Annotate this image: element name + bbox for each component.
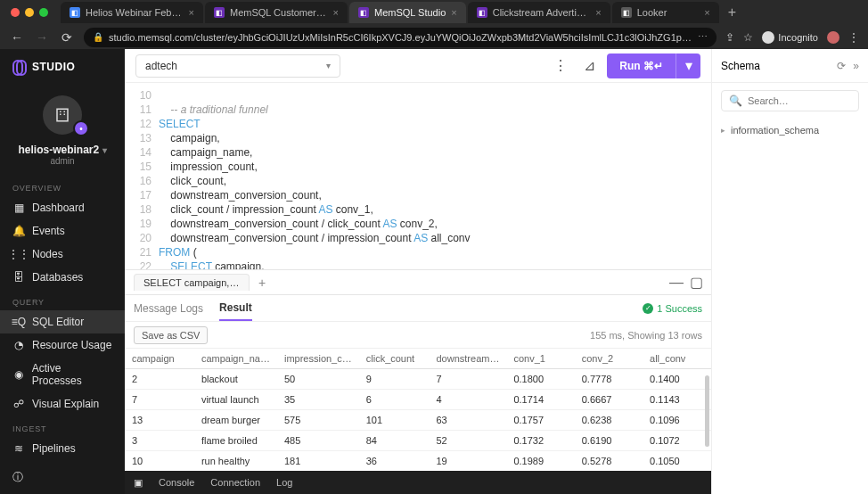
nodes-icon: ⋮⋮ [12, 248, 25, 260]
run-button[interactable]: Run ⌘↵ [607, 54, 676, 78]
org-selector[interactable]: helios-webinar2 ▾ [0, 140, 125, 156]
add-query-tab-button[interactable]: + [253, 274, 271, 292]
close-tab-icon[interactable]: × [704, 7, 709, 18]
editor-toolbar: adtech ▾ ⋮ ⊿ Run ⌘↵ ▾ [125, 49, 711, 83]
close-tab-icon[interactable]: × [333, 7, 339, 18]
save-csv-button[interactable]: Save as CSV [134, 326, 208, 344]
sidebar-item-visual-explain[interactable]: ☍Visual Explain [0, 392, 125, 416]
help-icon: ⓘ [12, 471, 23, 483]
url-text: studio.memsql.com/cluster/eyJhbGciOiJIUz… [109, 32, 692, 43]
column-header[interactable]: conv_2 [575, 349, 643, 369]
schema-search[interactable]: 🔍 [721, 90, 859, 111]
table-row[interactable]: 13dream burger575101630.17570.62380.1096 [125, 410, 711, 431]
address-bar[interactable]: 🔒 studio.memsql.com/cluster/eyJhbGciOiJI… [84, 28, 717, 47]
table-row[interactable]: 2blackout50970.18000.77780.1400 [125, 369, 711, 390]
column-header[interactable]: campaign_na… [194, 349, 277, 369]
tab-result[interactable]: Result [219, 296, 252, 321]
result-grid-wrapper[interactable]: campaigncampaign_na…impression_c…click_c… [125, 349, 711, 471]
table-row[interactable]: 3flame broiled48584520.17320.61900.1072 [125, 431, 711, 451]
browser-menu-icon[interactable]: ⋮ [848, 31, 859, 44]
schema-search-input[interactable] [748, 95, 868, 106]
share-icon[interactable]: ⇪ [725, 31, 734, 44]
tab-title: MemSQL Studio [374, 7, 446, 18]
gauge-icon: ◔ [12, 339, 25, 351]
forward-button: → [34, 30, 50, 45]
browser-tab[interactable]: ◧Clickstream Advertising Data× [468, 2, 610, 23]
section-query: QUERY [0, 289, 125, 310]
database-selector[interactable]: adtech ▾ [135, 54, 340, 78]
schema-title: Schema [721, 60, 760, 72]
cell: 84 [359, 431, 430, 451]
reload-button[interactable]: ⟳ [59, 30, 75, 45]
cell: 9 [359, 369, 430, 390]
sidebar-item-dashboard[interactable]: ▦Dashboard [0, 196, 125, 219]
collapse-panel-icon[interactable]: » [853, 60, 859, 72]
favicon-icon: ◧ [477, 7, 487, 18]
sidebar-item-nodes[interactable]: ⋮⋮Nodes [0, 243, 125, 266]
browser-tab[interactable]: ◧Looker× [612, 2, 719, 23]
back-button[interactable]: ← [9, 30, 25, 45]
window-close-icon[interactable] [11, 8, 20, 17]
cell: 0.1732 [506, 431, 574, 451]
browser-tab[interactable]: ◧MemSQL Studio× [349, 2, 466, 23]
new-tab-button[interactable]: + [721, 4, 743, 21]
terminal-icon[interactable]: ▣ [134, 477, 143, 489]
chevron-down-icon: ▾ [102, 145, 107, 155]
logo: STUDIO [0, 49, 125, 85]
window-minimize-icon[interactable] [25, 8, 34, 17]
close-tab-icon[interactable]: × [189, 7, 194, 18]
schema-tree-button[interactable]: ⊿ [578, 55, 600, 77]
cell: 13 [125, 410, 194, 431]
bottom-tab-console[interactable]: Console [159, 477, 194, 488]
code-area[interactable]: -- a traditional funnelSELECT campaign, … [159, 83, 711, 269]
column-header[interactable]: all_conv [643, 349, 711, 369]
cell: 0.1400 [643, 369, 711, 390]
refresh-icon[interactable]: ⟳ [837, 60, 846, 72]
bottom-bar: ▣ Console Connection Log [125, 471, 711, 494]
translate-icon[interactable]: ⋯ [698, 31, 708, 43]
sidebar-item-pipelines[interactable]: ≋Pipelines [0, 437, 125, 460]
sidebar-item-active-processes[interactable]: ◉Active Processes [0, 357, 125, 392]
column-header[interactable]: impression_c… [277, 349, 359, 369]
run-dropdown-button[interactable]: ▾ [676, 54, 700, 78]
caret-right-icon: ▸ [721, 126, 725, 135]
scrollbar-thumb[interactable] [705, 375, 709, 447]
tab-title: Clickstream Advertising Data [493, 7, 591, 18]
favicon-icon: ◧ [621, 7, 632, 18]
profile-avatar-icon[interactable] [827, 31, 839, 44]
column-header[interactable]: downstream… [430, 349, 507, 369]
query-tab[interactable]: SELECT campaign, ca… [134, 274, 250, 291]
browser-tab[interactable]: ◧MemSQL Customer Portal× [205, 2, 348, 23]
maximize-pane-icon[interactable]: ▢ [690, 278, 702, 287]
sidebar-item-databases[interactable]: 🗄Databases [0, 266, 125, 289]
result-tab-bar: Message Logs Result ✓ 1 Success [125, 295, 711, 322]
column-header[interactable]: campaign [125, 349, 194, 369]
tab-message-logs[interactable]: Message Logs [134, 297, 203, 320]
cell: 0.1050 [643, 451, 711, 472]
sidebar-item-sql-editor[interactable]: ≡QSQL Editor [0, 310, 125, 333]
close-tab-icon[interactable]: × [595, 7, 601, 18]
bottom-tab-log[interactable]: Log [276, 477, 292, 488]
browser-tab[interactable]: ◧Helios Webinar Feb 2020 - Go× [61, 2, 203, 23]
bottom-tab-connection[interactable]: Connection [210, 477, 260, 488]
minimize-pane-icon[interactable]: — [670, 278, 683, 287]
close-tab-icon[interactable]: × [451, 7, 456, 18]
column-header[interactable]: conv_1 [506, 349, 574, 369]
incognito-indicator: Incognito [762, 31, 818, 44]
window-traffic-lights[interactable] [11, 8, 48, 17]
tree-item-information-schema[interactable]: ▸ information_schema [721, 122, 859, 138]
sidebar-item-resource-usage[interactable]: ◔Resource Usage [0, 333, 125, 357]
more-options-button[interactable]: ⋮ [550, 55, 571, 77]
browser-tab-bar: ◧Helios Webinar Feb 2020 - Go×◧MemSQL Cu… [0, 0, 868, 25]
bookmark-icon[interactable]: ☆ [743, 31, 753, 44]
table-row[interactable]: 10run healthy18136190.19890.52780.1050 [125, 451, 711, 472]
column-header[interactable]: click_count [359, 349, 430, 369]
dashboard-icon: ▦ [12, 202, 25, 214]
sidebar-item-events[interactable]: 🔔Events [0, 219, 125, 243]
help-button[interactable]: ⓘ [0, 461, 125, 494]
sql-editor[interactable]: 10111213141516171819202122 -- a traditio… [125, 83, 711, 270]
window-zoom-icon[interactable] [39, 8, 48, 17]
database-icon: 🗄 [12, 271, 25, 284]
table-row[interactable]: 7virtual launch35640.17140.66670.1143 [125, 390, 711, 410]
grid-header-row: campaigncampaign_na…impression_c…click_c… [125, 349, 711, 369]
